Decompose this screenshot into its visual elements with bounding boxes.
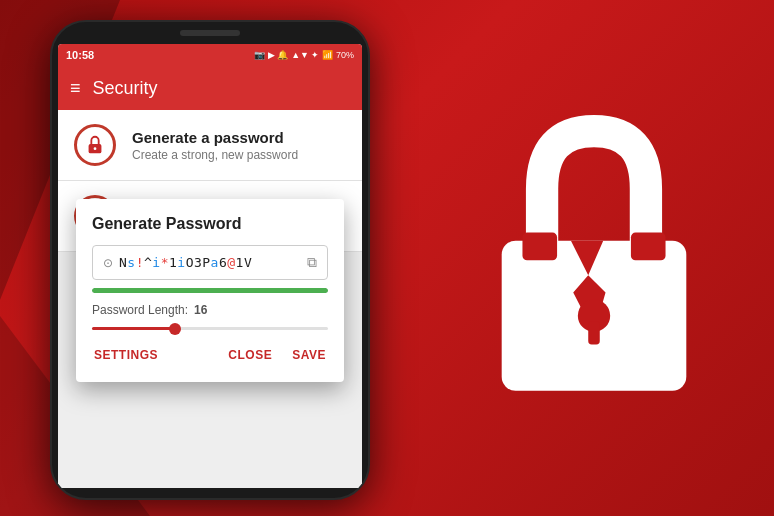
phone-speaker [180, 30, 240, 36]
length-value: 16 [194, 303, 207, 317]
dialog-title: Generate Password [92, 215, 328, 233]
status-bar: 10:58 📷 ▶ 🔔 ▲▼ ✦ 📶 70% [58, 44, 362, 66]
battery-icon: 70% [336, 50, 354, 60]
status-time: 10:58 [66, 49, 94, 61]
slider-track [92, 327, 328, 330]
svg-rect-3 [631, 233, 666, 261]
slider-fill [92, 327, 175, 330]
app-toolbar: ≡ Security [58, 66, 362, 110]
strength-bar [92, 288, 328, 293]
strength-bar-fill [92, 288, 328, 293]
content-area: Generate a password Create a strong, new… [58, 110, 362, 488]
dialog-actions: SETTINGS CLOSE SAVE [92, 344, 328, 366]
password-text: Ns!^i*1iO3Pa6@1V [119, 255, 301, 270]
generate-password-dialog: Generate Password ⊙ Ns!^i*1iO3Pa6@1V ⧉ P… [76, 199, 344, 382]
notification-icons: 📷 ▶ 🔔 [254, 50, 288, 60]
toolbar-title: Security [93, 78, 158, 99]
phone-mockup: 10:58 📷 ▶ 🔔 ▲▼ ✦ 📶 70% ≡ Security [50, 20, 370, 500]
generate-password-title: Generate a password [132, 129, 298, 146]
lock-icon [84, 134, 106, 156]
generate-password-icon-circle [74, 124, 116, 166]
svg-rect-2 [522, 233, 557, 261]
length-slider[interactable] [92, 327, 328, 330]
status-icons: 📷 ▶ 🔔 ▲▼ ✦ 📶 70% [254, 50, 354, 60]
password-field: ⊙ Ns!^i*1iO3Pa6@1V ⧉ [92, 245, 328, 280]
close-button[interactable]: CLOSE [226, 344, 274, 366]
menu-item-generate-password[interactable]: Generate a password Create a strong, new… [58, 110, 362, 181]
password-field-icon: ⊙ [103, 256, 113, 270]
dialog-actions-right: CLOSE SAVE [226, 344, 328, 366]
phone-top-bar [52, 30, 368, 36]
broken-padlock-decoration [474, 108, 714, 408]
length-label: Password Length: [92, 303, 188, 317]
signal-icon: ▲▼ ✦ 📶 [291, 50, 333, 60]
generate-password-subtitle: Create a strong, new password [132, 148, 298, 162]
svg-point-7 [94, 147, 97, 150]
save-button[interactable]: SAVE [290, 344, 328, 366]
hamburger-icon[interactable]: ≡ [70, 78, 81, 99]
password-length-row: Password Length: 16 [92, 303, 328, 317]
slider-thumb [169, 323, 181, 335]
generate-password-text: Generate a password Create a strong, new… [132, 129, 298, 162]
settings-button[interactable]: SETTINGS [92, 344, 160, 366]
phone-screen: 10:58 📷 ▶ 🔔 ▲▼ ✦ 📶 70% ≡ Security [58, 44, 362, 488]
svg-rect-5 [588, 321, 600, 344]
copy-icon[interactable]: ⧉ [307, 254, 317, 271]
